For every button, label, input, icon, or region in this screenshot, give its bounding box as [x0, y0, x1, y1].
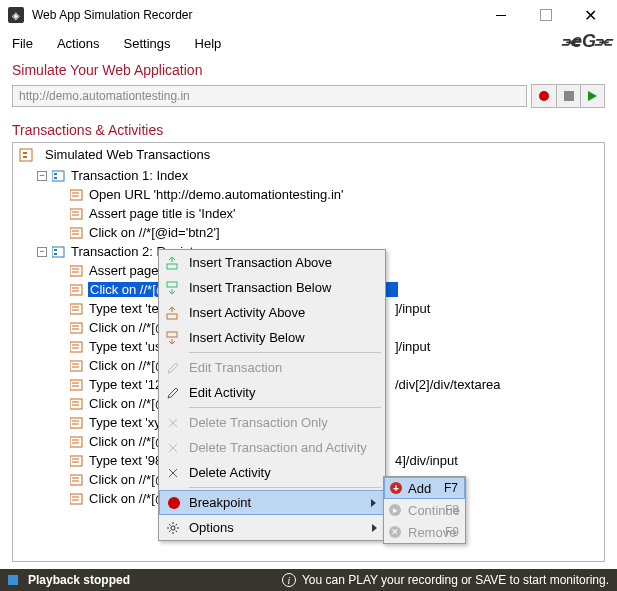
activity-icon — [69, 188, 85, 202]
delete-icon — [165, 440, 181, 456]
breakpoint-submenu: + Add F7 ▸ Continue F8 ✕ Remove F9 — [383, 476, 466, 544]
activity-icon — [69, 302, 85, 316]
submenu-remove: ✕ Remove F9 — [384, 521, 465, 543]
svg-rect-9 — [70, 209, 82, 219]
activity-icon — [69, 416, 85, 430]
context-menu: Insert Transaction Above Insert Transact… — [158, 249, 386, 541]
ctx-insert-act-above[interactable]: Insert Activity Above — [159, 300, 385, 325]
transaction-icon — [51, 245, 67, 259]
delete-icon — [165, 465, 181, 481]
svg-rect-36 — [70, 380, 82, 390]
svg-rect-18 — [70, 266, 82, 276]
close-button[interactable]: ✕ — [568, 0, 613, 30]
statusbar: Playback stopped i You can PLAY your rec… — [0, 569, 617, 591]
tree-root[interactable]: Simulated Web Transactions — [13, 143, 604, 166]
edit-icon — [165, 385, 181, 401]
svg-rect-15 — [52, 247, 64, 257]
ctx-del-tx-only: Delete Transaction Only — [159, 410, 385, 435]
stop-button[interactable] — [556, 85, 580, 107]
delete-icon — [165, 415, 181, 431]
tree-item-label: Click on //*[@id='btn2'] — [88, 225, 221, 240]
breakpoint-icon — [166, 495, 182, 511]
svg-rect-3 — [52, 171, 64, 181]
svg-rect-60 — [167, 332, 177, 337]
app-icon: ◈ — [8, 7, 24, 23]
svg-rect-59 — [167, 314, 177, 319]
svg-rect-57 — [167, 264, 177, 269]
activity-icon — [69, 207, 85, 221]
expander-icon[interactable]: − — [37, 171, 47, 181]
expander-icon[interactable]: − — [37, 247, 47, 257]
svg-rect-30 — [70, 342, 82, 352]
tree-row[interactable]: Open URL 'http://demo.automationtesting.… — [19, 185, 598, 204]
submenu-arrow-icon — [371, 499, 376, 507]
ctx-del-act[interactable]: Delete Activity — [159, 460, 385, 485]
svg-rect-4 — [54, 173, 57, 175]
section-simulate-header: Simulate Your Web Application — [0, 56, 617, 82]
submenu-add[interactable]: + Add F7 — [384, 477, 465, 499]
insert-act-above-icon — [165, 305, 181, 321]
ctx-options[interactable]: Options — [159, 515, 385, 540]
tree-row[interactable]: −Transaction 1: Index — [19, 166, 598, 185]
section-transactions-header: Transactions & Activities — [0, 116, 617, 142]
svg-rect-1 — [23, 152, 27, 154]
gear-icon — [165, 520, 181, 536]
brand-logo: ⫘eG⫘ — [563, 30, 605, 53]
svg-rect-33 — [70, 361, 82, 371]
tree-item-label: Transaction 1: Index — [70, 168, 189, 183]
ctx-edit-tx: Edit Transaction — [159, 355, 385, 380]
svg-point-61 — [171, 526, 175, 530]
ctx-edit-act[interactable]: Edit Activity — [159, 380, 385, 405]
svg-rect-48 — [70, 456, 82, 466]
activity-icon — [69, 264, 85, 278]
window-title: Web App Simulation Recorder — [32, 8, 478, 22]
svg-rect-42 — [70, 418, 82, 428]
activity-icon — [69, 283, 85, 297]
ctx-insert-tx-above[interactable]: Insert Transaction Above — [159, 250, 385, 275]
edit-icon — [165, 360, 181, 376]
info-icon: i — [282, 573, 296, 587]
stop-icon — [564, 91, 574, 101]
maximize-button[interactable] — [523, 0, 568, 30]
insert-act-below-icon — [165, 330, 181, 346]
svg-rect-2 — [23, 156, 27, 158]
status-left: Playback stopped — [28, 573, 282, 587]
svg-rect-45 — [70, 437, 82, 447]
activity-icon — [69, 359, 85, 373]
activity-icon — [69, 321, 85, 335]
svg-rect-58 — [167, 282, 177, 287]
tree-row[interactable]: Click on //*[@id='btn2'] — [19, 223, 598, 242]
ctx-insert-tx-below[interactable]: Insert Transaction Below — [159, 275, 385, 300]
tree-row[interactable]: Assert page title is 'Index' — [19, 204, 598, 223]
menu-settings[interactable]: Settings — [120, 34, 175, 53]
svg-rect-21 — [70, 285, 82, 295]
activity-icon — [69, 226, 85, 240]
activity-icon — [69, 340, 85, 354]
recorder-controls — [531, 84, 605, 108]
activity-icon — [69, 492, 85, 506]
svg-rect-6 — [70, 190, 82, 200]
remove-icon: ✕ — [388, 525, 402, 539]
menu-actions[interactable]: Actions — [53, 34, 104, 53]
activity-icon — [69, 473, 85, 487]
status-right: You can PLAY your recording or SAVE to s… — [302, 573, 609, 587]
tree-item-label: Open URL 'http://demo.automationtesting.… — [88, 187, 345, 202]
transaction-icon — [51, 169, 67, 183]
menubar: File Actions Settings Help ⫘eG⫘ — [0, 30, 617, 56]
insert-below-icon — [165, 280, 181, 296]
ctx-insert-act-below[interactable]: Insert Activity Below — [159, 325, 385, 350]
play-button[interactable] — [580, 85, 604, 107]
activity-icon — [69, 397, 85, 411]
svg-rect-27 — [70, 323, 82, 333]
menu-file[interactable]: File — [8, 34, 37, 53]
ctx-breakpoint[interactable]: Breakpoint — [159, 490, 385, 515]
ctx-del-tx-act: Delete Transaction and Activity — [159, 435, 385, 460]
svg-rect-12 — [70, 228, 82, 238]
tree-item-label: Assert page title is 'Index' — [88, 206, 237, 221]
minimize-button[interactable] — [478, 0, 523, 30]
menu-help[interactable]: Help — [191, 34, 226, 53]
url-input[interactable] — [12, 85, 527, 107]
record-icon — [539, 91, 549, 101]
record-button[interactable] — [532, 85, 556, 107]
svg-rect-51 — [70, 475, 82, 485]
